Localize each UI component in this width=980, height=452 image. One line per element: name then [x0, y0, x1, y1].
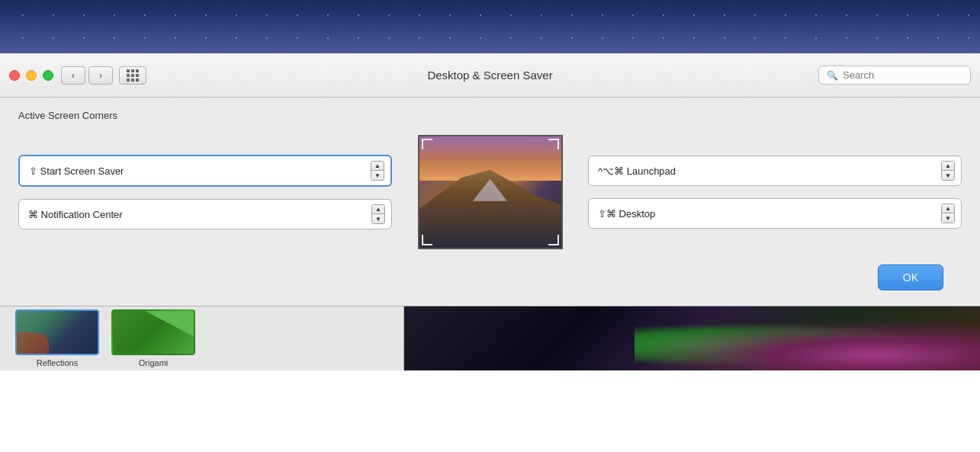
section-title: Active Screen Corners [18, 110, 962, 121]
top-left-dropdown-wrapper: ⇧ Start Screen Saver ▲ ▼ [18, 155, 392, 187]
corner-bracket-bl [422, 235, 432, 245]
list-item[interactable]: Reflections [15, 309, 99, 367]
window-controls [9, 70, 53, 81]
stepper-down-icon[interactable]: ▼ [942, 171, 954, 180]
search-icon: 🔍 [827, 70, 838, 81]
stepper-up-icon[interactable]: ▲ [942, 162, 954, 171]
top-left-dropdown-text: ⇧ Start Screen Saver [29, 165, 124, 177]
bottom-right-dropdown-wrapper: ⇧⌘ Desktop ▲ ▼ [588, 198, 962, 229]
top-right-stepper[interactable]: ▲ ▼ [941, 161, 955, 181]
top-right-dropdown[interactable]: ^⌥⌘ Launchpad ▲ ▼ [588, 155, 962, 186]
list-item[interactable]: Origami [111, 309, 195, 367]
top-right-dropdown-wrapper: ^⌥⌘ Launchpad ▲ ▼ [588, 155, 962, 186]
stepper-up-icon[interactable]: ▲ [371, 162, 384, 171]
search-input[interactable] [843, 69, 962, 81]
preferences-window: ‹ › Desktop & Screen Saver 🔍 Active Scre… [0, 53, 980, 370]
ok-button[interactable]: OK [878, 264, 943, 290]
bottom-right-dropdown[interactable]: ⇧⌘ Desktop ▲ ▼ [588, 198, 962, 229]
top-left-stepper[interactable]: ▲ ▼ [371, 161, 384, 181]
content-area: Active Screen Corners ⇧ Start Screen Sav… [0, 98, 980, 306]
bottom-left-stepper[interactable]: ▲ ▼ [371, 204, 385, 224]
bottom-right-dropdown-text: ⇧⌘ Desktop [598, 208, 655, 220]
stepper-down-icon[interactable]: ▼ [371, 171, 384, 180]
top-right-dropdown-text: ^⌥⌘ Launchpad [598, 165, 676, 177]
thumbnail-origami[interactable] [111, 309, 195, 355]
thumbnail-reflections-label: Reflections [37, 358, 78, 367]
chevron-right-icon: › [99, 69, 102, 81]
corner-bracket-tr [548, 139, 559, 149]
corners-layout: ⇧ Start Screen Saver ▲ ▼ ⌘ Notification … [18, 135, 962, 249]
search-box[interactable]: 🔍 [818, 66, 971, 85]
desktop-background [0, 0, 980, 53]
titlebar: ‹ › Desktop & Screen Saver 🔍 [0, 53, 980, 98]
forward-button[interactable]: › [88, 66, 113, 85]
corner-bracket-br [548, 235, 559, 245]
left-dropdowns: ⇧ Start Screen Saver ▲ ▼ ⌘ Notification … [18, 155, 392, 229]
thumbnail-reflections[interactable] [15, 309, 99, 355]
ok-area: OK [18, 264, 962, 290]
bottom-left-dropdown[interactable]: ⌘ Notification Center ▲ ▼ [18, 199, 392, 229]
grid-icon [127, 69, 139, 82]
back-button[interactable]: ‹ [61, 66, 85, 85]
minimize-button[interactable] [26, 70, 37, 81]
grid-view-button[interactable] [119, 66, 146, 85]
mountain-thumbnail [419, 136, 561, 248]
thumbnail-origami-label: Origami [139, 358, 169, 367]
stepper-up-icon[interactable]: ▲ [942, 204, 954, 213]
preview-area [404, 306, 980, 370]
stepper-up-icon[interactable]: ▲ [372, 205, 384, 214]
bottom-right-stepper[interactable]: ▲ ▼ [941, 204, 955, 223]
right-dropdowns: ^⌥⌘ Launchpad ▲ ▼ ⇧⌘ Desktop ▲ ▼ [588, 155, 962, 229]
top-left-dropdown[interactable]: ⇧ Start Screen Saver ▲ ▼ [18, 155, 392, 187]
preview-content [404, 306, 980, 370]
chevron-left-icon: ‹ [72, 69, 75, 81]
screen-preview-image [418, 135, 563, 249]
close-button[interactable] [9, 70, 20, 81]
corner-bracket-tl [422, 139, 432, 149]
bottom-left-dropdown-text: ⌘ Notification Center [28, 209, 123, 220]
thumbnail-area: Reflections Origami [0, 306, 404, 370]
bottom-strip: Reflections Origami [0, 306, 980, 370]
stepper-down-icon[interactable]: ▼ [942, 213, 954, 223]
bottom-left-dropdown-wrapper: ⌘ Notification Center ▲ ▼ [18, 199, 392, 229]
maximize-button[interactable] [43, 70, 53, 81]
stepper-down-icon[interactable]: ▼ [372, 214, 384, 223]
window-title: Desktop & Screen Saver [427, 69, 552, 82]
preview-flowers [635, 319, 980, 370]
nav-buttons: ‹ › [61, 66, 113, 85]
